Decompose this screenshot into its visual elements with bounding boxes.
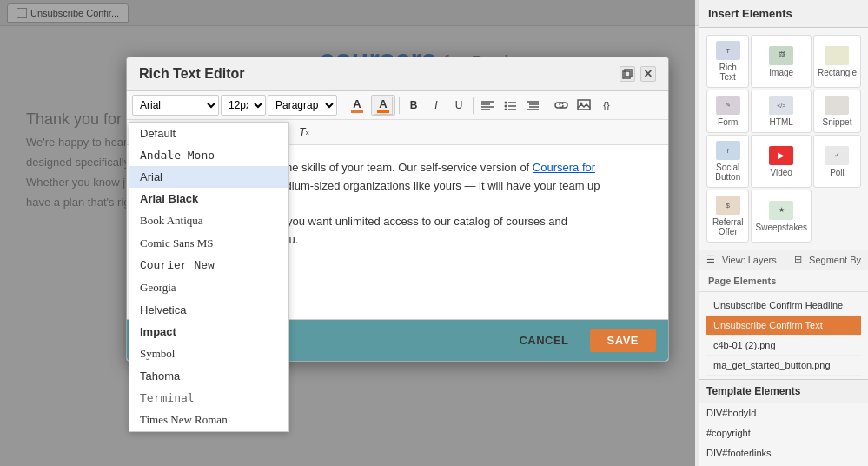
modal-title: Rich Text Editor xyxy=(139,66,245,82)
modal-header: Rich Text Editor × xyxy=(127,57,668,91)
toolbar-divider xyxy=(547,97,547,114)
font-item-book-antiqua[interactable]: Book Antiqua xyxy=(129,210,288,232)
clear-format-button[interactable]: Tx xyxy=(294,122,315,143)
link-button[interactable] xyxy=(551,95,572,116)
insert-elements-title: Insert Elements xyxy=(708,7,792,20)
rectangle-icon xyxy=(825,46,849,65)
close-button[interactable]: × xyxy=(640,66,656,82)
page-elements-header: Page Elements xyxy=(708,276,776,286)
layer-image1[interactable]: c4b-01 (2).png xyxy=(706,336,861,356)
font-item-terminal[interactable]: Terminal xyxy=(129,387,288,409)
font-item-impact[interactable]: Impact xyxy=(129,321,288,343)
list-button[interactable] xyxy=(500,95,520,116)
right-panel-header: Insert Elements xyxy=(699,0,868,28)
font-family-dropdown: Default Andale Mono Arial Arial Black Bo… xyxy=(129,122,289,432)
element-html[interactable]: </> HTML xyxy=(751,90,811,133)
font-item-symbol[interactable]: Symbol xyxy=(129,343,288,365)
element-social-button[interactable]: f Social Button xyxy=(706,135,749,188)
indent-button[interactable] xyxy=(522,95,543,116)
template-item[interactable]: DIV#bodyId xyxy=(699,403,868,423)
underline-button[interactable]: U xyxy=(448,95,469,116)
font-item-helvetica[interactable]: Helvetica xyxy=(129,299,288,321)
font-item-courier-new[interactable]: Courier New xyxy=(129,255,288,276)
template-header-label: Template Elements xyxy=(706,385,800,397)
element-label: HTML xyxy=(770,117,793,127)
element-snippet[interactable]: Snippet xyxy=(813,90,861,133)
font-item-arial-black[interactable]: Arial Black xyxy=(129,188,288,210)
font-item-andale-mono[interactable]: Andale Mono xyxy=(129,144,288,166)
font-item-comic-sans[interactable]: Comic Sans MS xyxy=(129,232,288,255)
layer-text[interactable]: Unsubscribe Confirm Text xyxy=(706,316,861,336)
form-icon: ✎ xyxy=(716,96,740,115)
italic-button[interactable]: I xyxy=(426,95,447,116)
rich-text-icon: T xyxy=(716,41,740,60)
element-label: Referral Offer xyxy=(711,217,745,236)
svg-point-8 xyxy=(505,105,507,108)
insert-image-icon xyxy=(577,99,591,111)
font-item-georgia[interactable]: Georgia xyxy=(129,276,288,299)
coursera-link[interactable]: Coursera for xyxy=(533,161,595,174)
element-sweepstakes[interactable]: ★ Sweepstakes xyxy=(751,190,811,243)
font-color-button[interactable]: A xyxy=(345,95,369,116)
element-label: Form xyxy=(718,117,738,127)
align-button[interactable] xyxy=(477,95,498,116)
font-item-times-new-roman[interactable]: Times New Roman xyxy=(129,409,288,431)
social-button-icon: f xyxy=(716,141,740,160)
element-rectangle[interactable]: Rectangle xyxy=(813,35,861,88)
font-color-a-icon: A xyxy=(351,98,363,113)
element-image[interactable]: 🖼 Image xyxy=(751,35,811,88)
element-poll[interactable]: ✓ Poll xyxy=(813,135,861,188)
indent-icon xyxy=(527,100,539,110)
snippet-icon xyxy=(825,96,849,115)
template-elements-list: DIV#bodyId #copyright DIV#footerlinks DI… xyxy=(699,403,868,466)
restore-button[interactable] xyxy=(620,66,635,82)
sweepstakes-icon: ★ xyxy=(769,201,793,220)
template-item[interactable]: DIV#footerlinks xyxy=(699,443,868,463)
restore-icon xyxy=(622,69,633,79)
view-label[interactable]: View: Layers xyxy=(722,255,777,265)
element-label: Social Button xyxy=(711,163,745,182)
cancel-button[interactable]: CANCEL xyxy=(505,329,582,352)
layers-icon: ☰ xyxy=(706,254,715,265)
element-label: Rich Text xyxy=(711,63,745,82)
image-icon: 🖼 xyxy=(769,46,793,65)
page-elements-list: Unsubscribe Confirm Headline Unsubscribe… xyxy=(699,292,868,379)
element-label: Sweepstakes xyxy=(755,223,806,232)
referral-offer-icon: $ xyxy=(716,196,740,215)
layer-image2[interactable]: ma_get_started_button.png xyxy=(706,356,861,376)
save-button[interactable]: SAVE xyxy=(590,329,656,352)
element-video[interactable]: ▶ Video xyxy=(751,135,811,188)
toolbar-divider xyxy=(399,97,400,114)
token-button[interactable]: {} xyxy=(596,95,617,116)
element-label: Video xyxy=(771,168,792,177)
template-elements-header: Template Elements xyxy=(699,379,868,403)
paragraph-select[interactable]: Paragraph xyxy=(268,95,337,116)
bold-button[interactable]: B xyxy=(403,95,424,116)
svg-rect-0 xyxy=(623,71,630,78)
view-toolbar: ☰ View: Layers ⊞ Segment By xyxy=(699,250,868,270)
video-icon: ▶ xyxy=(769,146,793,165)
align-icon xyxy=(481,100,494,110)
toolbar-divider xyxy=(473,97,474,114)
segment-by-label[interactable]: Segment By xyxy=(809,255,861,265)
html-icon: </> xyxy=(769,96,793,115)
link-icon xyxy=(554,100,568,110)
template-item[interactable]: #copyright xyxy=(699,423,868,443)
layer-label: c4b-01 (2).png xyxy=(713,340,776,350)
insert-image-button[interactable] xyxy=(573,95,594,116)
font-item-default[interactable]: Default xyxy=(129,123,288,144)
font-family-select[interactable]: Arial xyxy=(132,95,219,116)
element-rich-text[interactable]: T Rich Text xyxy=(706,35,749,88)
font-item-arial[interactable]: Arial xyxy=(129,166,288,188)
layer-headline[interactable]: Unsubscribe Confirm Headline xyxy=(706,296,861,316)
element-label: Rectangle xyxy=(818,68,857,77)
element-referral-offer[interactable]: $ Referral Offer xyxy=(706,190,749,243)
layer-label: Unsubscribe Confirm Headline xyxy=(713,300,843,310)
font-size-select[interactable]: 12px xyxy=(221,95,266,116)
highlight-color-button[interactable]: A xyxy=(371,95,395,116)
element-label: Poll xyxy=(830,168,845,177)
page-elements-section: Page Elements xyxy=(699,270,868,292)
layer-label: Unsubscribe Confirm Text xyxy=(713,320,823,330)
element-form[interactable]: ✎ Form xyxy=(706,90,749,133)
font-item-tahoma[interactable]: Tahoma xyxy=(129,365,288,387)
